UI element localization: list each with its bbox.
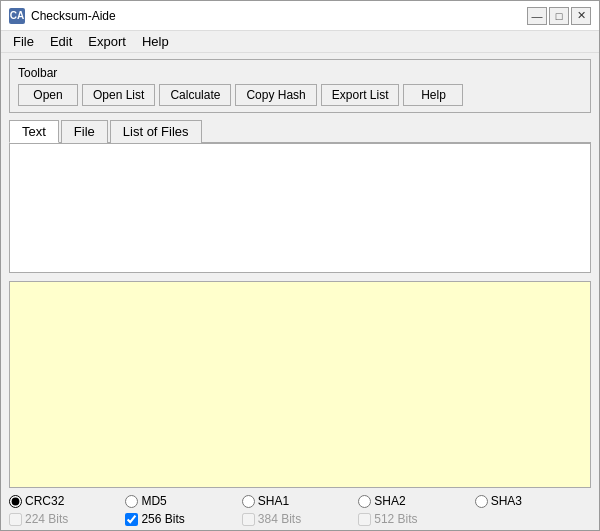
radio-sha2[interactable]: SHA2 [358, 494, 474, 508]
menu-file[interactable]: File [5, 32, 42, 51]
app-icon: CA [9, 8, 25, 24]
help-button[interactable]: Help [403, 84, 463, 106]
main-window: CA Checksum-Aide — □ ✕ File Edit Export … [0, 0, 600, 531]
calculate-button[interactable]: Calculate [159, 84, 231, 106]
radio-sha1[interactable]: SHA1 [242, 494, 358, 508]
radio-sha3[interactable]: SHA3 [475, 494, 591, 508]
title-bar-controls: — □ ✕ [527, 7, 591, 25]
menu-bar: File Edit Export Help [1, 31, 599, 53]
output-area [9, 281, 591, 488]
tab-bar: Text File List of Files [9, 119, 591, 143]
export-list-button[interactable]: Export List [321, 84, 400, 106]
toolbar-label: Toolbar [18, 66, 582, 80]
window-title: Checksum-Aide [31, 9, 116, 23]
main-content: Text File List of Files [1, 119, 599, 488]
menu-edit[interactable]: Edit [42, 32, 80, 51]
text-input[interactable] [9, 143, 591, 273]
radio-md5[interactable]: MD5 [125, 494, 241, 508]
checkbox-row: 224 Bits 256 Bits 384 Bits 512 Bits [9, 512, 591, 526]
toolbar-buttons: Open Open List Calculate Copy Hash Expor… [18, 84, 582, 106]
radio-crc32[interactable]: CRC32 [9, 494, 125, 508]
minimize-button[interactable]: — [527, 7, 547, 25]
title-bar: CA Checksum-Aide — □ ✕ [1, 1, 599, 31]
copy-hash-button[interactable]: Copy Hash [235, 84, 316, 106]
checkbox-384[interactable]: 384 Bits [242, 512, 358, 526]
open-list-button[interactable]: Open List [82, 84, 155, 106]
bottom-options: CRC32 MD5 SHA1 SHA2 SHA3 224 [1, 488, 599, 530]
tab-list-of-files[interactable]: List of Files [110, 120, 202, 143]
menu-export[interactable]: Export [80, 32, 134, 51]
open-button[interactable]: Open [18, 84, 78, 106]
checkbox-224[interactable]: 224 Bits [9, 512, 125, 526]
tab-file[interactable]: File [61, 120, 108, 143]
maximize-button[interactable]: □ [549, 7, 569, 25]
close-button[interactable]: ✕ [571, 7, 591, 25]
tab-text[interactable]: Text [9, 120, 59, 143]
title-bar-left: CA Checksum-Aide [9, 8, 116, 24]
menu-help[interactable]: Help [134, 32, 177, 51]
toolbar: Toolbar Open Open List Calculate Copy Ha… [9, 59, 591, 113]
checkbox-512[interactable]: 512 Bits [358, 512, 474, 526]
radio-row: CRC32 MD5 SHA1 SHA2 SHA3 [9, 494, 591, 508]
content-area [9, 143, 591, 488]
checkbox-256[interactable]: 256 Bits [125, 512, 241, 526]
